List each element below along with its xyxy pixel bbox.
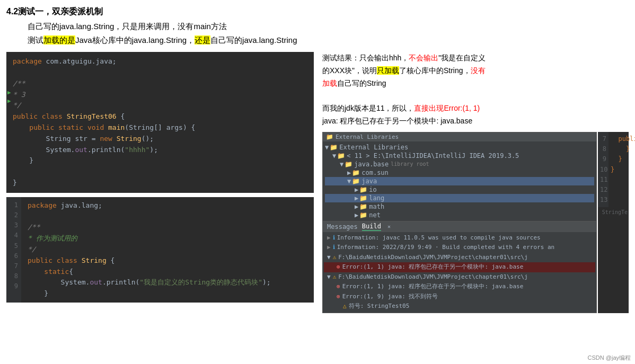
math-label: math [369,203,384,210]
c2-l1: package java.lang; [28,200,307,211]
rt-red1: 不会输出 [409,54,438,62]
close-build-tab[interactable]: ✕ [387,224,391,229]
ln-3: 3 [10,220,18,230]
arrow-io: ▶ [355,186,358,193]
msg-error-text-3: Error:(1, 9) java: 找不到符号 [342,292,438,301]
folder-comsun: 📁 [352,169,360,176]
messages-tab[interactable]: Messages [327,223,358,230]
tree-item-extlibs[interactable]: ▼ 📁 External Libraries [325,143,594,152]
c2-l7: static{ [28,267,307,278]
messages-content: ▶ ℹ Information: javac 11.0.5 was used t… [323,232,596,313]
rt-line3: 加载自己写的String [322,77,629,90]
msg-error3: ⊗ Error:(1, 9) java: 找不到符号 [324,292,595,302]
run-arrow-1: ▶ [7,88,11,97]
rt-line1: 测试结果：只会输出hhh，不会输出"我是在自定义 [322,52,629,65]
left-column: ▶ ▶ package com.atguigu.java; /** * 3 */… [6,52,314,313]
tree-item-javabase[interactable]: ▼ 📁 java.base library root [325,160,594,168]
msg-info1: ▶ ℹ Information: javac 11.0.5 was used t… [324,233,595,243]
messages-area: Messages Build ✕ ▶ ℹ Information: javac … [323,221,596,313]
msg-path2: ▼ ⚠ F:\BaiduNetdiskDownload\JVM\JVMProje… [324,272,595,282]
arrow-extlibs: ▼ [325,144,329,151]
msg-text-2: Information: 2022/8/19 9:49 · Build comp… [337,243,555,252]
ide-tree-header: 📁 External Libraries [323,132,596,141]
tree-item-jdk11[interactable]: ▼ 📁 < 11 > E:\IntelliJIDEA\IntelliJ IDEA… [325,152,594,160]
javabase-label: java.base [354,161,389,168]
rln-10: 10 [600,165,606,175]
arrow-java: ▼ [347,177,351,185]
ln-7: 7 [10,261,18,271]
code-line-close2: } [13,177,307,189]
ln-8: 8 [10,271,18,281]
library-root-tag: library root [391,161,429,167]
rc-l9: } [611,144,635,154]
c2-l3: /** [28,222,307,233]
ln-4: 4 [10,230,18,241]
error-icon-2: ⊗ [337,282,340,291]
arrow-net: ▶ [355,211,358,219]
code-area: ▶ ▶ package com.atguigu.java; /** * 3 */… [6,52,314,193]
right-code-header: 7 8 9 10 11 12 13 publi } [598,132,629,207]
comsun-label: com.sun [361,169,389,176]
ln-9: 9 [10,281,18,291]
ide-area: 📁 External Libraries ▼ 📁 External Librar… [322,132,629,313]
right-text-block: 测试结果：只会输出hhh，不会输出"我是在自定义 的XXX块"，说明只加载了核心… [322,52,629,128]
arrow-lang: ▶ [355,194,358,202]
code-line-str: String str = new String(); [13,134,307,145]
folder-icon-header: 📁 [326,134,333,140]
msg-error1: ⊗ Error:(1, 1) java: 程序包已存在于另一个模块中: java… [324,262,595,272]
right-side-code: 7 8 9 10 11 12 13 publi } [598,132,629,313]
rt-line2: 的XXX块"，说明只加载了核心库中的String，没有 [322,65,629,77]
rc-l11: } [611,154,635,164]
warn-icon-1: ⚠ [333,253,337,262]
rt-red3: 加载 [322,79,337,87]
tree-item-math[interactable]: ▶ 📁 math [325,202,594,211]
ide-tree-panel: 📁 External Libraries ▼ 📁 External Librar… [322,132,597,313]
tree-item-lang[interactable]: ▶ 📁 lang [325,194,594,202]
tree-item-net[interactable]: ▶ 📁 net [325,211,594,219]
tree-item-java[interactable]: ▼ 📁 java [325,177,594,185]
jdk11-label: < 11 > E:\IntelliJIDEA\IntelliJ IDEA 201… [347,152,519,159]
two-col-layout: ▶ ▶ package com.atguigu.java; /** * 3 */… [6,52,629,313]
c2-l4: * 作为测试用的 [28,233,307,244]
folder-math: 📁 [359,203,367,210]
rt-line6: java: 程序包已存在于另一个模块中: java.base [322,115,629,128]
arrow-comsun: ▶ [347,169,351,176]
line-numbers: 1 2 3 4 5 6 7 8 9 [6,197,21,303]
folder-java: 📁 [352,177,360,185]
build-tab[interactable]: Build [362,223,381,231]
rln-7: 7 [600,134,606,144]
folder-lang: 📁 [359,194,367,202]
code-line-comment1: /** [13,78,307,90]
msg-error-text-1: Error:(1, 1) java: 程序包已存在于另一个模块中: java.b… [342,263,524,272]
ide-tree-body: ▼ 📁 External Libraries ▼ 📁 < 11 > E:\Int… [323,141,596,221]
right-code-content: publi } } } [608,132,635,207]
msg-path-text-2: F:\BaiduNetdiskDownload\JVM\JVMProject\c… [338,273,528,282]
code-line-blank [13,67,307,78]
right-column: 测试结果：只会输出hhh，不会输出"我是在自定义 的XXX块"，说明只加载了核心… [322,52,629,313]
c2-l9: } [28,288,307,299]
rt-red4: 直接出现Error:(1, 1) [414,104,480,112]
line2-suffix: 自己写的java.lang.String [210,35,297,45]
msg-error2: ⊗ Error:(1, 1) java: 程序包已存在于另一个模块中: java… [324,282,595,292]
tree-item-io[interactable]: ▶ 📁 io [325,185,594,194]
code-block2-inner: 1 2 3 4 5 6 7 8 9 package java.lang; /** [6,197,314,303]
c2-l2 [28,211,307,223]
rln-13: 13 [600,195,606,205]
arrow-javabase: ▼ [340,161,343,168]
msg-text-1: Information: javac 11.0.5 was used to co… [337,234,541,243]
top-text-section: 4.2测试一，双亲委派机制 自己写的java.lang.String，只是用来调… [6,4,629,47]
extlibs-label: External Libraries [339,144,408,151]
rc-l12: } [611,165,635,175]
title-text: 4.2测试一，双亲委派机制 [6,7,103,16]
msg-error-text-2: Error:(1, 1) java: 程序包已存在于另一个模块中: java.b… [342,282,524,291]
section-title: 4.2测试一，双亲委派机制 [6,4,629,19]
net-label: net [369,211,381,219]
line2-mid: Java核心库中的java.lang.String， [75,35,195,45]
code-line-println: System.out.println("hhhh"); [13,145,307,156]
tree-item-comsun[interactable]: ▶ 📁 com.sun [325,168,594,177]
rt-highlight1: 只加载 [377,66,399,75]
ln-5: 5 [10,241,18,251]
msg-symbol: △ 符号: StringTest05 [324,301,595,312]
msg-info2: ▶ ℹ Information: 2022/8/19 9:49 · Build … [324,243,595,253]
rt-red2: 没有 [471,66,486,75]
